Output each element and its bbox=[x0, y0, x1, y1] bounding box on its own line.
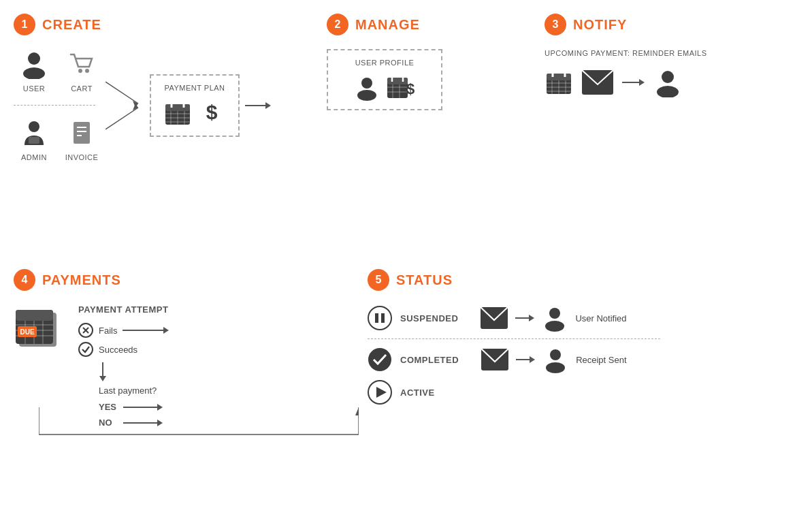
svg-point-64 bbox=[79, 343, 93, 356]
svg-point-75 bbox=[368, 348, 391, 371]
completed-row: COMPLETED Receipt Sent bbox=[368, 346, 798, 373]
create-section: 1 CREATE USER bbox=[14, 14, 313, 161]
section-title-payments: PAYMENTS bbox=[42, 272, 121, 288]
svg-rect-38 bbox=[547, 74, 571, 80]
user-profile-icon bbox=[353, 74, 380, 101]
svg-point-0 bbox=[28, 52, 40, 65]
section-number-3: 3 bbox=[545, 14, 566, 35]
fails-row: Fails bbox=[78, 323, 169, 338]
section-number-1: 1 bbox=[14, 14, 35, 35]
svg-line-10 bbox=[105, 82, 138, 104]
svg-text:$: $ bbox=[406, 80, 415, 97]
svg-rect-15 bbox=[165, 104, 190, 111]
last-payment-label: Last payment? bbox=[99, 385, 157, 396]
calendar-icon bbox=[163, 99, 192, 127]
svg-line-12 bbox=[105, 108, 138, 129]
completed-envelope-icon bbox=[481, 348, 509, 371]
section-title-status: STATUS bbox=[396, 272, 453, 288]
svg-point-73 bbox=[549, 308, 560, 319]
svg-point-69 bbox=[368, 306, 391, 330]
section-number-2: 2 bbox=[327, 14, 348, 35]
section-title-manage: MANAGE bbox=[355, 17, 420, 33]
notify-envelope-icon bbox=[581, 69, 614, 95]
svg-rect-5 bbox=[29, 137, 39, 144]
svg-point-3 bbox=[85, 69, 89, 73]
suspended-envelope-icon bbox=[480, 306, 508, 330]
suspended-user-icon bbox=[541, 304, 568, 332]
cart-actor: CART bbox=[61, 49, 102, 93]
notify-arrow bbox=[622, 79, 645, 86]
invoice-actor: INVOICE bbox=[61, 118, 102, 161]
due-calendar-icon: DUE bbox=[14, 304, 65, 356]
succeeds-row: Succeeds bbox=[78, 342, 169, 357]
active-icon bbox=[368, 380, 392, 405]
svg-marker-80 bbox=[376, 387, 387, 398]
svg-rect-52 bbox=[16, 310, 53, 321]
manage-section: 2 MANAGE USER PROFILE bbox=[327, 14, 531, 161]
profile-calendar-dollar-icon: $ bbox=[386, 74, 416, 101]
notify-user-icon bbox=[653, 67, 683, 97]
notify-calendar-icon bbox=[545, 68, 573, 97]
completed-icon bbox=[368, 347, 392, 372]
dollar-icon: $ bbox=[197, 99, 226, 127]
svg-text:DUE: DUE bbox=[20, 328, 34, 336]
payments-section: 4 PAYMENTS bbox=[14, 269, 347, 428]
section-number-4: 4 bbox=[14, 269, 35, 291]
suspended-icon bbox=[368, 306, 392, 330]
loop-arrow bbox=[39, 407, 359, 448]
svg-point-78 bbox=[546, 362, 565, 373]
status-section: 5 STATUS SUSPENDED bbox=[368, 269, 798, 428]
svg-point-2 bbox=[78, 69, 82, 73]
svg-point-74 bbox=[545, 321, 564, 332]
active-row: ACTIVE bbox=[368, 380, 798, 405]
svg-point-26 bbox=[361, 78, 372, 89]
notify-label: UPCOMING PAYMENT: REMINDER EMAILS bbox=[545, 49, 783, 57]
user-profile-box: USER PROFILE bbox=[327, 49, 442, 110]
receipt-sent-label: Receipt Sent bbox=[576, 355, 626, 365]
succeeds-icon bbox=[78, 342, 93, 357]
fails-icon bbox=[78, 323, 93, 338]
admin-actor: ADMIN bbox=[14, 118, 54, 161]
section-number-5: 5 bbox=[368, 269, 389, 291]
active-label: ACTIVE bbox=[400, 388, 435, 398]
completed-user-icon bbox=[542, 346, 569, 373]
fails-label: Fails bbox=[99, 326, 117, 336]
user-actor: USER bbox=[14, 49, 54, 93]
svg-point-27 bbox=[357, 90, 376, 101]
payment-plan-box: PAYMENT PLAN bbox=[150, 74, 240, 137]
section-title-notify: NOTIFY bbox=[573, 17, 627, 33]
svg-point-48 bbox=[662, 71, 674, 83]
svg-text:$: $ bbox=[206, 101, 218, 123]
user-notified-label: User Notified bbox=[575, 313, 626, 323]
svg-point-77 bbox=[550, 349, 561, 360]
suspended-row: SUSPENDED User Notified bbox=[368, 304, 798, 332]
down-arrow bbox=[99, 362, 107, 381]
svg-point-49 bbox=[657, 86, 679, 97]
svg-rect-29 bbox=[387, 78, 408, 84]
notify-section: 3 NOTIFY UPCOMING PAYMENT: REMINDER EMAI… bbox=[545, 14, 783, 161]
succeeds-label: Succeeds bbox=[99, 345, 137, 355]
svg-point-4 bbox=[29, 121, 39, 132]
svg-rect-70 bbox=[375, 313, 378, 323]
svg-rect-6 bbox=[74, 122, 90, 144]
payment-attempt-label: PAYMENT ATTEMPT bbox=[78, 304, 169, 315]
svg-rect-71 bbox=[381, 313, 385, 323]
svg-point-1 bbox=[23, 67, 45, 79]
status-divider bbox=[368, 338, 660, 339]
section-title-create: CREATE bbox=[42, 17, 101, 33]
suspended-label: SUSPENDED bbox=[400, 313, 458, 323]
completed-label: COMPLETED bbox=[400, 355, 459, 365]
